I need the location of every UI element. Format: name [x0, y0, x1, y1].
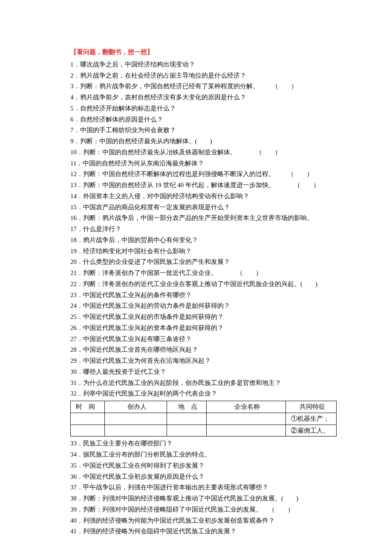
question-item: 35．中国近代民族工业在何时得到了初步发展？ [70, 460, 337, 471]
table-row: ①机器生产； [71, 413, 337, 425]
question-item: 34．据民族工业分布的部门分析民族工业的特点。 [70, 449, 337, 460]
question-item: 27．中国近代民族工业兴起有哪三条途径？ [70, 334, 337, 344]
question-item: 9．判断：中国的自然经济最先从内地解体。( ) [70, 136, 337, 147]
enterprise-table: 时 间 创办人 地 点 企业名称 共同特征 ①机器生产； ②雇佣工人。 [70, 401, 337, 436]
question-item: 16．判断：鸦片战争后，中国一部分农产品的生产开始受到资本主义世界市场的影响。 [70, 213, 337, 223]
question-item: 21．判断：洋务派创办了中国第一批近代工业企业。 （ ） [70, 268, 337, 278]
cell-feature: ①机器生产； [285, 413, 337, 425]
cell-time [71, 413, 105, 425]
question-item: 2．鸦片战争之前，在社会经济的占据主导地位的是什么经济？ [70, 70, 337, 81]
question-item: 37．甲午战争以后，列强在中国进行资本输出的主要表现形式有哪些？ [70, 482, 337, 493]
question-item: 3．判断：鸦片战争前夕，中国自然经济已经有了某种程度的分解。 （ ） [70, 81, 337, 92]
question-item: 14．外国资本主义的入侵，对中国的经济结构变动有什么影响？ [70, 191, 337, 202]
question-item: 13．判断：中国的自然经济从 19 世纪 40 年代起，解体速度进一步加快。 （… [70, 180, 337, 191]
question-item: 5．自然经济开始解体的标志是什么？ [70, 103, 337, 114]
question-item: 38．判断：列强对中国的经济侵略客观上推动了中国近代民族工业的发展。( ) [70, 493, 337, 504]
question-item: 18．鸦片战争后，中国的贸易中心有何变化？ [70, 235, 337, 246]
question-item: 30．哪些人最先投资于近代工业？ [70, 367, 337, 377]
table-header-row: 时 间 创办人 地 点 企业名称 共同特征 [71, 401, 337, 413]
question-item: 24．中国近代民族工业兴起的劳动力条件是如何获得的？ [70, 301, 337, 311]
header-place: 地 点 [167, 401, 206, 413]
header-name: 企业名称 [206, 401, 285, 413]
question-item: 17．什么是洋行？ [70, 224, 337, 234]
question-item: 11．中国的自然经济为何从东南沿海最先解体？ [70, 158, 337, 169]
question-item: 28．中国近代民族工业首先在哪些地区兴起？ [70, 344, 337, 355]
question-item: 40．列强的经济侵略为何能为中国近代民族工业初步发展创造客观条件？ [70, 515, 337, 526]
cell-name [206, 413, 285, 425]
cell-founder [104, 413, 167, 425]
question-item: 7．中国的手工棉纺织业为何会衰败？ [70, 125, 337, 136]
cell-time [71, 425, 105, 436]
question-item: 19．经济结构变化对中国社会有什么影响？ [70, 246, 337, 257]
question-item: 23．中国近代民族工业兴起的条件有哪些？ [70, 290, 337, 301]
question-item: 41．列强的经济侵略为何会阻碍中国近代民族工业的发展？ [70, 526, 337, 537]
question-item: 29．中国近代民族工业为何首先在沿海地区兴起？ [70, 356, 337, 366]
header-feature: 共同特征 [285, 401, 337, 413]
header-time: 时 间 [71, 401, 105, 413]
cell-name [206, 425, 285, 436]
cell-place [167, 413, 206, 425]
question-item: 32．列举中国近代民族工业兴起时的两个代表企业？ [70, 388, 337, 399]
question-item: 39．判断：列强对中国的经济侵略阻碍了中国近代民族工业的发展。 （ ） [70, 504, 337, 515]
question-item: 4．鸦片战争前夕，农村自然经济没有多大变化的原因是什么？ [70, 92, 337, 103]
question-item: 12．判断：中国自然经济不断解体的过程也是列强侵略不断深入的过程。 （ ） [70, 169, 337, 179]
question-item: 22．判断：洋务派创办的近代工业企业在客观上推动了中国近代民族企业的兴起。( ) [70, 279, 337, 289]
table-row: ②雇佣工人。 [71, 425, 337, 436]
header-founder: 创办人 [104, 401, 167, 413]
question-item: 25．中国近代民族工业兴起的市场条件是如何获得的？ [70, 312, 337, 322]
cell-founder [104, 425, 167, 436]
question-item: 20．什么类型的企业促进了中国民族工业的产生和发展？ [70, 257, 337, 267]
question-item: 6．自然经济解体的原因是什么？ [70, 114, 337, 125]
question-item: 26．中国近代民族工业兴起的资本条件是如何获得的？ [70, 323, 337, 333]
question-list-part2: 33．民族工业主要分布在哪些部门？ 34．据民族工业分布的部门分析民族工业的特点… [70, 438, 337, 537]
question-item: 1．哪次战争之后，中国经济结构出现变动？ [70, 59, 337, 70]
question-item: 15．中国农产品的商品化程度有一定发展的表现是什么？ [70, 202, 337, 213]
question-item: 36．中国近代民族工业初步发展的原因是什么？ [70, 471, 337, 482]
question-item: 33．民族工业主要分布在哪些部门？ [70, 438, 337, 449]
cell-feature: ②雇佣工人。 [285, 425, 337, 436]
question-list-part1: 1．哪次战争之后，中国经济结构出现变动？ 2．鸦片战争之前，在社会经济的占据主导… [70, 59, 337, 399]
section-title: 【看问题，翻翻书，想一想】 [70, 47, 337, 58]
cell-place [167, 425, 206, 436]
question-item: 10．判断：中国的自然经济最先从冶铁及铁器制造业解体。 （ ） [70, 147, 337, 158]
question-item: 31．为什么在近代民族工业的兴起阶段，创办民族工业的多是官僚和地主？ [70, 378, 337, 388]
